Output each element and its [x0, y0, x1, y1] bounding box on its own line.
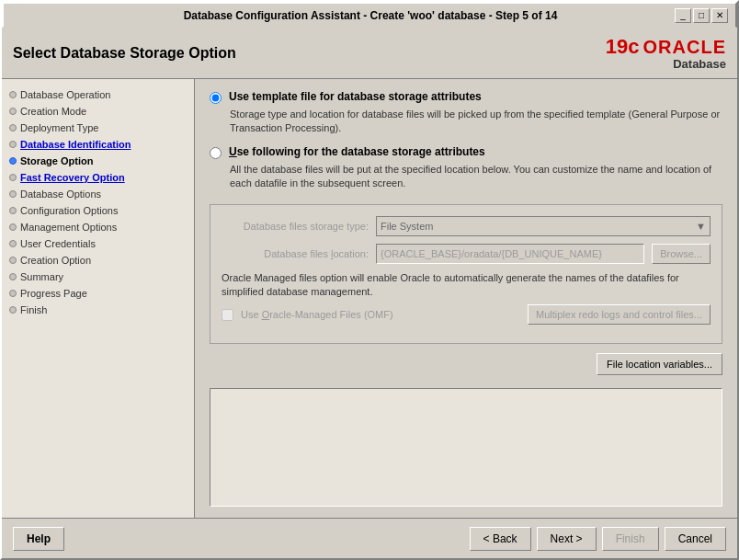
sidebar-label: Deployment Type [20, 122, 98, 133]
sidebar-dot [9, 306, 17, 314]
sidebar-item-database-operation[interactable]: Database Operation [2, 86, 194, 103]
sidebar-item-database-options[interactable]: Database Options [2, 186, 194, 202]
sidebar-dot [9, 190, 17, 198]
next-button[interactable]: Next > [537, 527, 597, 551]
sidebar-label: Configuration Options [20, 205, 118, 216]
sidebar-dot [9, 240, 17, 247]
help-button[interactable]: Help [13, 527, 64, 551]
minimize-button[interactable]: _ [675, 8, 691, 23]
sidebar-dot [9, 223, 17, 231]
page-title: Select Database Storage Option [13, 45, 236, 62]
sidebar-label: Management Options [20, 222, 117, 233]
finish-button[interactable]: Finish [602, 527, 659, 551]
sidebar-label: User Credentials [20, 238, 96, 249]
sidebar-item-management-options[interactable]: Management Options [2, 219, 194, 235]
footer-left: Help [13, 527, 64, 551]
sidebar-dot [9, 91, 17, 98]
radio-option-1-container: Use template file for database storage a… [210, 90, 722, 136]
radio-option-2: Use following for the database storage a… [210, 145, 722, 159]
file-location-button[interactable]: File location variables... [597, 353, 722, 375]
restore-button[interactable]: □ [693, 8, 710, 23]
sidebar-label: Database Operation [20, 89, 110, 100]
storage-type-label: Database files storage type: [222, 221, 369, 232]
dropdown-arrow-icon: ▼ [696, 221, 706, 232]
file-location-row: File location variables... [210, 353, 722, 375]
sidebar-dot [9, 108, 17, 115]
sidebar-item-storage-option[interactable]: Storage Option [2, 153, 194, 169]
window-title: Database Configuration Assistant - Creat… [66, 9, 675, 22]
back-button[interactable]: < Back [470, 527, 531, 551]
sidebar-label: Creation Option [20, 255, 91, 266]
sidebar-label: Creation Mode [20, 106, 86, 117]
content-area: Database Operation Creation Mode Deploym… [2, 79, 737, 518]
multiplex-button[interactable]: Multiplex redo logs and control files... [528, 304, 711, 325]
main-window: Database Configuration Assistant - Creat… [0, 0, 739, 560]
footer-right: < Back Next > Finish Cancel [470, 527, 726, 551]
sidebar-label: Database Identification [20, 139, 131, 150]
location-input[interactable] [376, 244, 644, 264]
sidebar-item-finish[interactable]: Finish [2, 302, 194, 318]
sidebar-item-database-identification[interactable]: Database Identification [2, 136, 194, 153]
browse-button[interactable]: Browse... [652, 244, 711, 264]
radio-option-1: Use template file for database storage a… [210, 90, 722, 104]
bottom-text-area [210, 388, 722, 507]
sidebar-dot [9, 290, 17, 297]
sidebar-item-configuration-options[interactable]: Configuration Options [2, 202, 194, 219]
title-bar: Database Configuration Assistant - Creat… [2, 2, 737, 28]
sidebar-item-summary[interactable]: Summary [2, 269, 194, 285]
omf-description: Oracle Managed files option will enable … [222, 271, 711, 300]
location-label: Database files location: [222, 248, 369, 259]
omf-checkbox-row: Use Oracle-Managed Files (OMF) Multiplex… [222, 304, 711, 325]
sidebar-label: Progress Page [20, 288, 87, 299]
cancel-button[interactable]: Cancel [665, 527, 726, 551]
radio-template-label[interactable]: Use template file for database storage a… [229, 90, 482, 103]
sidebar-label: Storage Option [20, 155, 93, 166]
sidebar-dot [9, 141, 17, 148]
oracle-subtitle: Database [673, 57, 726, 71]
omf-checkbox-label: Use Oracle-Managed Files (OMF) [241, 309, 393, 320]
sidebar-dot [9, 124, 17, 131]
radio-option-2-container: Use following for the database storage a… [210, 145, 722, 191]
radio-template[interactable] [210, 92, 222, 104]
storage-form-section: Database files storage type: File System… [210, 204, 722, 345]
oracle-logo: 19c ORACLE Database [606, 35, 726, 71]
radio-custom[interactable] [210, 147, 222, 159]
sidebar-item-deployment-type[interactable]: Deployment Type [2, 120, 194, 136]
storage-type-select[interactable]: File System ▼ [376, 216, 711, 236]
sidebar-dot [9, 273, 17, 280]
sidebar-label: Finish [20, 304, 47, 315]
sidebar-item-progress-page[interactable]: Progress Page [2, 285, 194, 302]
location-row: Database files location: Browse... [222, 244, 711, 264]
sidebar-dot [9, 257, 17, 264]
omf-checkbox[interactable] [222, 309, 233, 321]
radio-custom-desc: All the database files will be put at th… [230, 163, 722, 191]
sidebar-item-fast-recovery-option[interactable]: Fast Recovery Option [2, 169, 194, 186]
sidebar-label: Summary [20, 271, 63, 282]
sidebar-label: Database Options [20, 189, 101, 200]
sidebar-dot [9, 207, 17, 214]
storage-type-row: Database files storage type: File System… [222, 216, 711, 236]
main-content: Use template file for database storage a… [195, 79, 737, 518]
radio-custom-label[interactable]: Use following for the database storage a… [229, 145, 485, 158]
storage-type-value: File System [381, 221, 433, 232]
sidebar-item-user-credentials[interactable]: User Credentials [2, 235, 194, 252]
page-header: Select Database Storage Option 19c ORACL… [2, 28, 737, 79]
sidebar-dot [9, 174, 17, 181]
sidebar-item-creation-option[interactable]: Creation Option [2, 252, 194, 269]
footer: Help < Back Next > Finish Cancel [2, 518, 737, 558]
oracle-brand: ORACLE [643, 37, 726, 58]
sidebar-dot-active [9, 157, 17, 165]
sidebar-label: Fast Recovery Option [20, 172, 125, 183]
oracle-version: 19c [606, 35, 640, 59]
sidebar: Database Operation Creation Mode Deploym… [2, 79, 195, 518]
radio-template-desc: Storage type and location for database f… [230, 108, 722, 136]
window-controls: _ □ ✕ [675, 8, 728, 23]
close-button[interactable]: ✕ [711, 8, 728, 23]
sidebar-item-creation-mode[interactable]: Creation Mode [2, 103, 194, 120]
